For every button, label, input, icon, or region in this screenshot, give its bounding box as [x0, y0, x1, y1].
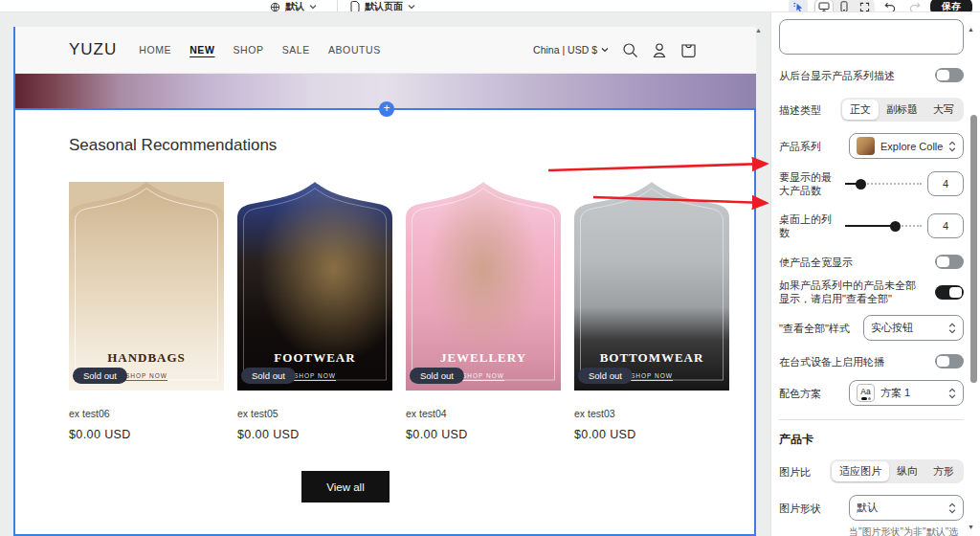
view-all-style-value: 实心按钮	[871, 321, 943, 335]
page-icon	[350, 1, 360, 12]
nav-item-aboutus[interactable]: ABOUTUS	[328, 44, 381, 56]
collection-select[interactable]: Explore Collec...	[849, 133, 964, 159]
image-shape-select[interactable]: 默认	[849, 495, 964, 521]
product-card[interactable]: BOTTOMWEAR SHOP NOW Sold out ex test03 $…	[574, 182, 729, 441]
product-image-bottomwear[interactable]: BOTTOMWEAR SHOP NOW Sold out	[574, 182, 729, 391]
product-card[interactable]: JEWELLERY SHOP NOW Sold out ex test04 $0…	[406, 182, 561, 441]
color-scheme-swatch: Aa	[857, 384, 875, 402]
sold-out-badge: Sold out	[578, 368, 633, 384]
setting-label: 图片比	[779, 465, 811, 479]
product-image-footwear[interactable]: FOOTWEAR SHOP NOW Sold out	[237, 182, 392, 391]
product-price: $0.00 USD	[406, 428, 561, 441]
panel-scrollbar-up-arrow[interactable]: ▲	[968, 26, 974, 33]
setting-label: "查看全部"样式	[779, 322, 850, 335]
category-title: HANDBAGS	[69, 350, 224, 366]
redo-button[interactable]	[905, 0, 924, 12]
max-products-slider[interactable]	[845, 178, 922, 190]
panel-scrollbar-down-arrow[interactable]: ▼	[968, 524, 974, 530]
add-section-button[interactable]: +	[379, 101, 394, 117]
nav-item-shop[interactable]: SHOP	[233, 44, 263, 56]
nav-item-sale[interactable]: SALE	[282, 44, 310, 56]
panel-scrollbar-thumb[interactable]	[970, 115, 977, 383]
product-card[interactable]: HANDBAGS SHOP NOW Sold out ex test06 $0.…	[69, 182, 224, 441]
color-scheme-select[interactable]: Aa 方案 1	[849, 380, 964, 406]
desktop-view-button[interactable]	[814, 0, 834, 12]
theme-style-selector[interactable]: 默认	[270, 0, 317, 12]
product-title[interactable]: ex test03	[574, 408, 729, 419]
select-stepper-icon	[948, 388, 956, 399]
product-image-handbags[interactable]: HANDBAGS SHOP NOW Sold out	[69, 182, 224, 391]
select-stepper-icon	[948, 502, 956, 514]
setting-row-collection: 产品系列 Explore Collec...	[779, 133, 964, 159]
setting-label: 配色方案	[779, 387, 821, 400]
product-card[interactable]: FOOTWEAR SHOP NOW Sold out ex test05 $0.…	[237, 182, 392, 441]
undo-button[interactable]	[880, 0, 900, 12]
setting-label: 如果产品系列中的产品未全部显示，请启用"查看全部"	[779, 279, 923, 305]
setting-row-color-scheme: 配色方案 Aa 方案 1	[779, 380, 964, 406]
heading-text-input[interactable]	[779, 19, 964, 55]
page-selector[interactable]: 默认页面	[350, 0, 415, 12]
search-icon[interactable]	[622, 42, 638, 58]
view-all-button[interactable]: View all	[301, 471, 390, 502]
desktop-icon	[818, 2, 830, 12]
nav-item-home[interactable]: HOME	[139, 44, 171, 56]
setting-label: 要显示的最大产品数	[779, 170, 838, 197]
product-card-grid: HANDBAGS SHOP NOW Sold out ex test06 $0.…	[69, 182, 729, 441]
fullscreen-view-button[interactable]	[855, 0, 874, 12]
collection-value: Explore Collec...	[880, 141, 943, 152]
panel-divider	[779, 419, 964, 420]
page-selector-label: 默认页面	[365, 0, 403, 12]
inspector-tool-button[interactable]	[789, 0, 808, 12]
columns-desktop-value[interactable]: 4	[927, 213, 964, 238]
collection-thumbnail	[857, 137, 875, 155]
view-all-style-select[interactable]: 实心按钮	[863, 315, 964, 341]
setting-label: 描述类型	[779, 103, 821, 117]
enable-view-all-toggle[interactable]	[935, 285, 964, 300]
save-button[interactable]: 保存	[930, 0, 972, 12]
setting-label: 产品系列	[779, 140, 821, 153]
max-products-value[interactable]: 4	[927, 171, 964, 196]
cart-icon[interactable]	[680, 42, 697, 58]
carousel-toggle[interactable]	[935, 354, 964, 368]
full-width-toggle[interactable]	[935, 255, 964, 269]
storefront-header: YUZU HOME NEW SHOP SALE ABOUTUS China | …	[15, 27, 756, 74]
section-settings-panel: 从后台显示产品系列描述 描述类型 正文 副标题 大写 产品系列 Explore …	[770, 12, 980, 536]
setting-label: 桌面上的列数	[779, 212, 838, 239]
setting-row-collection-description: 从后台显示产品系列描述	[779, 68, 964, 82]
segment-option-square[interactable]: 方形	[925, 461, 962, 481]
nav-item-new[interactable]: NEW	[189, 44, 214, 56]
locale-label: China | USD $	[533, 44, 597, 56]
locale-currency-selector[interactable]: China | USD $	[533, 44, 609, 56]
product-title[interactable]: ex test04	[406, 408, 561, 419]
mobile-view-button[interactable]	[835, 0, 854, 12]
store-logo[interactable]: YUZU	[69, 40, 117, 59]
toolbar-divider	[337, 0, 338, 12]
segment-option-adapt[interactable]: 适应图片	[832, 461, 889, 481]
product-title[interactable]: ex test06	[69, 408, 224, 419]
setting-label: 从后台显示产品系列描述	[779, 69, 895, 82]
description-type-segmented: 正文 副标题 大写	[840, 98, 964, 122]
chevron-down-icon	[408, 4, 415, 10]
segment-option-portrait[interactable]: 纵向	[889, 461, 925, 481]
product-image-jewellery[interactable]: JEWELLERY SHOP NOW Sold out	[406, 182, 561, 391]
select-stepper-icon	[948, 141, 956, 152]
segment-option-subtitle[interactable]: 副标题	[879, 100, 925, 120]
setting-row-columns-desktop: 桌面上的列数 4	[779, 212, 964, 239]
featured-collection-section[interactable]: + Seasonal Recommendations HANDBAGS SHOP…	[13, 108, 756, 536]
image-ratio-segmented: 适应图片 纵向 方形	[830, 459, 964, 483]
theme-preview-area: YUZU HOME NEW SHOP SALE ABOUTUS China | …	[0, 12, 770, 536]
columns-desktop-slider[interactable]	[845, 220, 922, 233]
setting-row-image-shape: 图片形状 默认	[779, 495, 964, 521]
category-title: FOOTWEAR	[237, 350, 392, 366]
collection-description-toggle[interactable]	[935, 68, 964, 82]
redo-icon	[909, 2, 921, 12]
setting-row-carousel: 在台式设备上启用轮播	[779, 354, 964, 368]
account-icon[interactable]	[652, 42, 667, 58]
setting-label: 图片形状	[779, 502, 821, 515]
segment-option-uppercase[interactable]: 大写	[925, 100, 962, 120]
segment-option-body[interactable]: 正文	[842, 100, 879, 120]
product-title[interactable]: ex test05	[237, 408, 392, 419]
section-heading: Seasonal Recommendations	[69, 136, 277, 155]
preview-scrollbar-up-arrow[interactable]: ▲	[755, 27, 762, 34]
setting-row-max-products: 要显示的最大产品数 4	[779, 170, 964, 197]
